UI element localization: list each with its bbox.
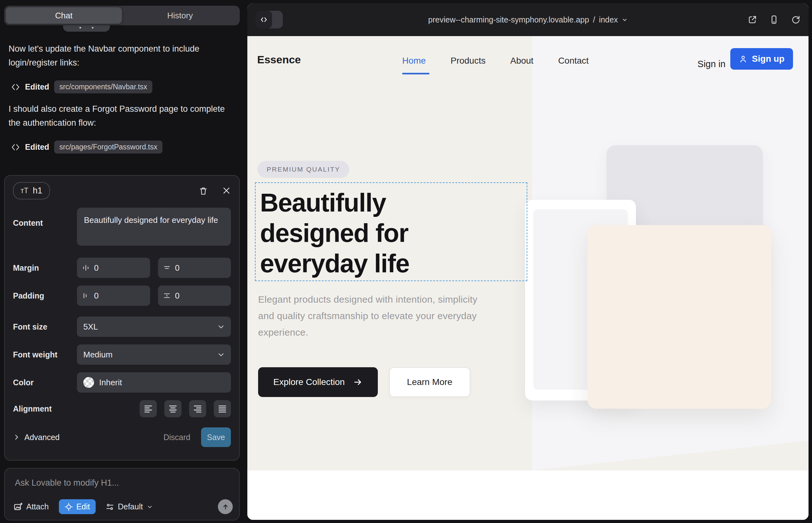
- url-separator: /: [593, 15, 595, 24]
- align-center-button[interactable]: [164, 400, 181, 417]
- font-weight-select[interactable]: Medium: [77, 344, 231, 365]
- preview-url[interactable]: preview--charming-site-symphony.lovable.…: [428, 15, 628, 24]
- align-right-button[interactable]: [189, 400, 206, 417]
- attach-button[interactable]: Attach: [14, 502, 49, 511]
- margin-x-field: [77, 258, 150, 278]
- margin-vertical-icon: [163, 264, 171, 272]
- chat-message: I should also create a Forgot Password p…: [8, 102, 226, 130]
- edited-file-row: Edited src/components/Navbar.tsx: [11, 80, 152, 93]
- chat-sidebar: Chat History Now let's update the Navbar…: [4, 0, 240, 523]
- open-external-icon[interactable]: [748, 15, 757, 24]
- tab-history[interactable]: History: [122, 7, 238, 24]
- site-nav: Home Products About Contact: [402, 56, 589, 66]
- file-chip[interactable]: src/pages/ForgotPassword.tsx: [54, 141, 162, 154]
- chat-message: Now let's update the Navbar component to…: [8, 42, 226, 70]
- selected-element-chip[interactable]: тT h1: [13, 182, 50, 199]
- sidebar-tabbar: Chat History: [4, 6, 240, 25]
- close-icon[interactable]: [222, 186, 231, 196]
- margin-y-input[interactable]: [175, 263, 226, 273]
- nav-item-home[interactable]: Home: [402, 56, 426, 66]
- chevron-right-icon: [13, 434, 20, 441]
- screen: Chat History Now let's update the Navbar…: [0, 0, 812, 523]
- align-left-button[interactable]: [140, 400, 157, 417]
- mobile-view-icon[interactable]: [769, 15, 779, 24]
- target-icon: [65, 503, 73, 511]
- edit-mode-button[interactable]: Edit: [59, 499, 96, 514]
- element-tag: h1: [33, 186, 42, 196]
- hero-heading[interactable]: Beautifully designed for everyday life: [260, 187, 527, 278]
- editor-header: тT h1: [13, 182, 231, 199]
- edited-label: Edited: [25, 142, 49, 152]
- send-button[interactable]: [218, 499, 233, 514]
- code-icon: [11, 83, 20, 91]
- chat-composer: Attach Edit: [4, 468, 240, 521]
- alignment-label: Alignment: [13, 404, 77, 413]
- model-default-button[interactable]: Default: [106, 502, 153, 511]
- chevron-down-icon: [217, 350, 225, 359]
- nav-item-contact[interactable]: Contact: [558, 56, 589, 66]
- preview-window: preview--charming-site-symphony.lovable.…: [247, 3, 809, 520]
- code-icon: [255, 11, 272, 29]
- chevron-down-icon: [622, 17, 628, 23]
- url-domain: preview--charming-site-symphony.lovable.…: [428, 15, 589, 24]
- color-label: Color: [13, 378, 77, 387]
- padding-x-field: [77, 286, 150, 306]
- sign-in-link[interactable]: Sign in: [698, 59, 726, 69]
- file-chip[interactable]: src/components/Navbar.tsx: [54, 80, 152, 93]
- nav-item-about[interactable]: About: [510, 56, 533, 66]
- edited-label: Edited: [25, 82, 49, 91]
- padding-label: Padding: [13, 291, 77, 301]
- element-editor-panel: тT h1 Content: [4, 175, 240, 461]
- user-icon: [739, 55, 747, 63]
- color-swatch[interactable]: [83, 377, 94, 388]
- code-view-toggle[interactable]: [255, 11, 283, 29]
- decor-card-beige: [587, 225, 771, 409]
- prompt-input[interactable]: [15, 478, 229, 488]
- tab-chat[interactable]: Chat: [6, 7, 122, 24]
- padding-x-input[interactable]: [94, 291, 145, 301]
- advanced-toggle[interactable]: Advanced: [13, 433, 59, 442]
- margin-label: Margin: [13, 264, 77, 273]
- learn-more-button[interactable]: Learn More: [389, 367, 470, 397]
- font-size-select[interactable]: 5XL: [77, 317, 231, 337]
- nav-item-products[interactable]: Products: [451, 56, 486, 66]
- site-logo[interactable]: Essence: [257, 54, 301, 66]
- discard-button[interactable]: Discard: [163, 433, 190, 442]
- delete-element-button[interactable]: [198, 186, 208, 196]
- explore-collection-button[interactable]: Explore Collection: [258, 367, 378, 397]
- site-canvas: Essence Home Products About Contact Sign…: [247, 36, 809, 520]
- align-justify-button[interactable]: [214, 400, 231, 417]
- url-page: index: [599, 15, 618, 24]
- margin-horizontal-icon: [82, 264, 90, 272]
- font-weight-label: Font weight: [13, 350, 77, 359]
- sliders-icon: [106, 503, 114, 511]
- code-icon: [11, 143, 20, 152]
- hero-section: Essence Home Products About Contact Sign…: [247, 36, 809, 470]
- padding-vertical-icon: [163, 292, 171, 300]
- typography-icon: тT: [21, 186, 29, 195]
- nav-active-underline: [402, 73, 429, 74]
- margin-x-input[interactable]: [94, 263, 145, 273]
- margin-y-field: [158, 258, 231, 278]
- scrolled-pill: [63, 25, 110, 32]
- attach-image-icon: [14, 502, 22, 511]
- content-input[interactable]: Beautifully designed for everyday life: [77, 208, 231, 246]
- font-size-label: Font size: [13, 322, 77, 331]
- hero-paragraph: Elegant products designed with intention…: [258, 291, 480, 341]
- save-button[interactable]: Save: [201, 427, 231, 447]
- h1-selection-outline[interactable]: Beautifully designed for everyday life: [255, 182, 527, 281]
- chevron-down-icon: [147, 504, 153, 510]
- padding-horizontal-icon: [82, 292, 90, 300]
- content-label: Content: [13, 218, 77, 228]
- color-select[interactable]: Inherit: [77, 372, 231, 393]
- padding-y-input[interactable]: [175, 291, 226, 301]
- preview-toolbar: preview--charming-site-symphony.lovable.…: [247, 3, 809, 36]
- arrow-right-icon: [353, 377, 363, 387]
- padding-y-field: [158, 286, 231, 306]
- sign-up-button[interactable]: Sign up: [730, 48, 793, 70]
- edited-file-row: Edited src/pages/ForgotPassword.tsx: [11, 141, 162, 154]
- quality-badge: PREMIUM QUALITY: [258, 161, 349, 178]
- chevron-down-icon: [217, 323, 225, 331]
- refresh-icon[interactable]: [791, 15, 800, 24]
